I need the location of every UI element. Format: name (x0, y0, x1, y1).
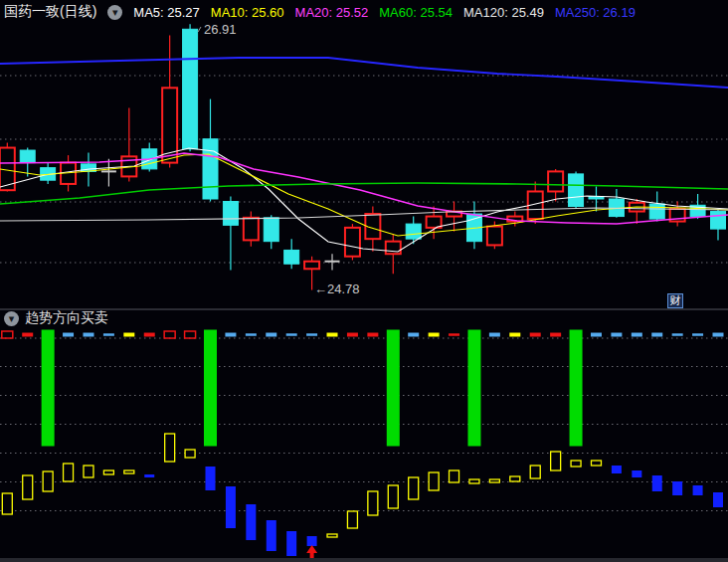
ma5-label: MA5: 25.27 (133, 5, 200, 20)
ma60-label: MA60: 25.54 (379, 5, 453, 20)
indicator-header: ▾ 趋势方向买卖 (4, 310, 108, 326)
chevron-down-circle-icon[interactable]: ▾ (4, 311, 19, 326)
cai-badge[interactable]: 财 (667, 293, 683, 308)
chevron-down-circle-icon[interactable]: ▾ (107, 5, 122, 20)
main-chart-header: 国药一致(日线) ▾ MA5: 25.27 MA10: 25.60 MA20: … (0, 0, 728, 24)
ma250-label: MA250: 26.19 (555, 5, 636, 20)
ma20-label: MA20: 25.52 (295, 5, 369, 20)
bottom-border (0, 558, 728, 562)
panel-splitter[interactable] (0, 308, 728, 310)
trading-app-window: 国药一致(日线) ▾ MA5: 25.27 MA10: 25.60 MA20: … (0, 0, 728, 562)
high-annotation: 26.91 (204, 23, 237, 36)
ma120-label: MA120: 25.49 (463, 5, 544, 20)
candlestick-and-indicator-canvas[interactable] (0, 0, 728, 562)
ma10-label: MA10: 25.60 (211, 5, 284, 20)
indicator-title: 趋势方向买卖 (25, 309, 108, 327)
low-annotation: ←24.78 (314, 282, 360, 295)
stock-title: 国药一致(日线) (4, 3, 96, 21)
